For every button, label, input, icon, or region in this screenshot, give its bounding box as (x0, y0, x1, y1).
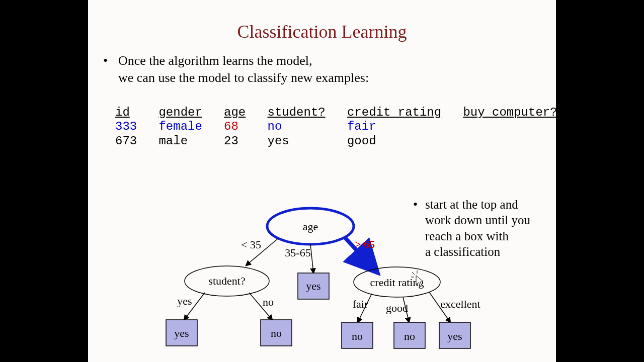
edge-label: yes (177, 295, 192, 307)
svg-line-4 (249, 293, 272, 320)
bullet-line1: Once the algorithm learns the model, (118, 53, 312, 68)
cell: male (158, 134, 188, 148)
cell: yes (267, 134, 289, 148)
edge-label: 35-65 (285, 246, 310, 259)
side-line: reach a box with (425, 229, 509, 243)
cursor-icon (411, 270, 423, 287)
cell: female (158, 120, 202, 133)
edge-label: fair (353, 298, 368, 310)
cell: 68 (224, 120, 238, 133)
svg-line-9 (412, 272, 415, 275)
leaf-box (261, 320, 292, 346)
side-bullet: • start at the top and work down until y… (425, 197, 551, 259)
cell: 673 (115, 134, 137, 148)
edge-label: no (263, 296, 274, 308)
leaf-box (166, 320, 197, 346)
col-buy: buy computer? (463, 106, 557, 119)
side-line: work down until you (425, 213, 530, 227)
col-gender: gender (158, 106, 202, 119)
leaf-label: no (271, 327, 282, 339)
leaf-box (342, 322, 373, 348)
cell: no (268, 120, 282, 133)
col-credit: credit rating (347, 106, 441, 119)
leaf-label: yes (306, 280, 320, 292)
leaf-box (394, 322, 425, 348)
edge-label: > 65 (355, 238, 375, 250)
node-student (185, 266, 269, 296)
node-student-label: student? (208, 275, 245, 287)
col-student: student? (268, 106, 326, 119)
col-id: id (115, 106, 130, 119)
svg-line-2 (345, 237, 371, 265)
cell: 23 (224, 134, 238, 148)
col-age: age (224, 106, 246, 119)
svg-line-0 (246, 238, 278, 265)
bullet-line2: we can use the model to classify new exa… (118, 70, 369, 85)
leaf-label: yes (174, 327, 189, 339)
node-credit-label: credit rating (370, 276, 424, 289)
svg-line-5 (358, 294, 372, 322)
node-credit (354, 267, 440, 297)
edge-label: excellent (440, 298, 480, 310)
cell: fair (347, 120, 376, 133)
edge-label: good (386, 302, 408, 314)
svg-line-1 (310, 244, 313, 273)
leaf-box (439, 322, 470, 348)
leaf-label: no (404, 330, 415, 342)
leaf-label: yes (447, 330, 462, 342)
side-line: start at the top and (425, 198, 518, 211)
cell: 333 (115, 120, 137, 133)
cell: good (347, 134, 376, 148)
slide: Classification Learning • Once the algor… (88, 0, 556, 362)
svg-line-6 (403, 297, 409, 322)
leaf-box (298, 273, 329, 299)
main-bullet: • Once the algorithm learns the model, w… (118, 52, 369, 86)
bullet-icon: • (103, 52, 108, 69)
bullet-icon: • (413, 197, 418, 213)
node-age-label: age (303, 220, 318, 233)
leaf-label: no (352, 330, 363, 342)
node-age (267, 208, 354, 244)
edge-label: < 35 (241, 238, 261, 251)
side-line: a classification (425, 245, 500, 258)
data-table: id gender age student? credit rating buy… (115, 106, 557, 148)
slide-title: Classification Learning (88, 21, 556, 42)
svg-line-7 (429, 292, 450, 322)
svg-line-3 (184, 293, 205, 320)
